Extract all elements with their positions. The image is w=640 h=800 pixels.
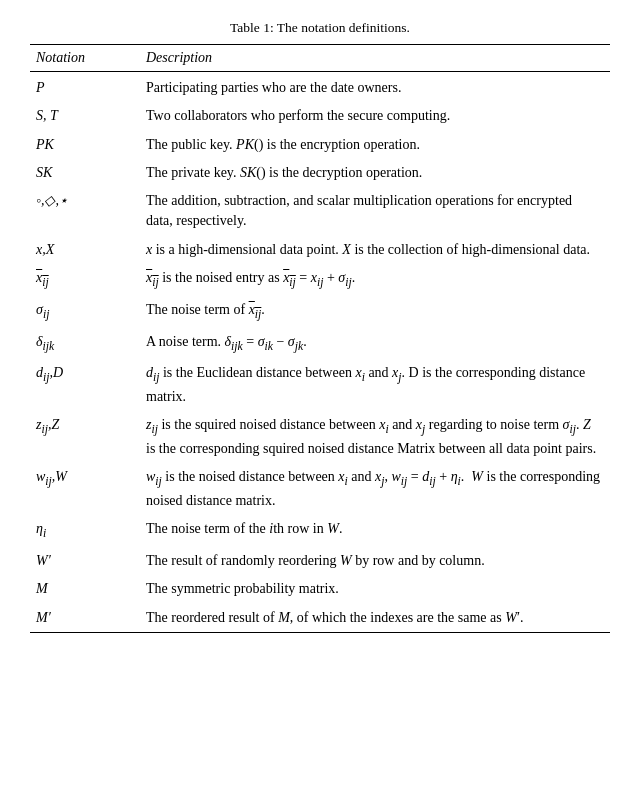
table-row: xijxij is the noised entry as xij = xij …	[30, 264, 610, 296]
description-cell: Participating parties who are the date o…	[140, 72, 610, 103]
notation-cell: wij,W	[30, 463, 140, 515]
table-row: δijkA noise term. δijk = σik − σjk.	[30, 328, 610, 360]
notation-cell: ηi	[30, 515, 140, 547]
notation-cell: PK	[30, 131, 140, 159]
table-row: ◦,◇,⋆The addition, subtraction, and scal…	[30, 187, 610, 236]
notation-cell: ◦,◇,⋆	[30, 187, 140, 236]
notation-cell: M′	[30, 604, 140, 633]
table-row: zij,Zzij is the squired noised distance …	[30, 411, 610, 463]
table-header-row: Notation Description	[30, 45, 610, 72]
header-description: Description	[140, 45, 610, 72]
description-cell: xij is the noised entry as xij = xij + σ…	[140, 264, 610, 296]
notation-cell: σij	[30, 296, 140, 328]
notation-cell: P	[30, 72, 140, 103]
notation-cell: dij,D	[30, 359, 140, 411]
table-row: PKThe public key. PK() is the encryption…	[30, 131, 610, 159]
notation-cell: SK	[30, 159, 140, 187]
description-cell: The addition, subtraction, and scalar mu…	[140, 187, 610, 236]
notation-cell: W′	[30, 547, 140, 575]
description-cell: The result of randomly reordering W by r…	[140, 547, 610, 575]
description-cell: x is a high-dimensional data point. X is…	[140, 236, 610, 264]
table-row: PParticipating parties who are the date …	[30, 72, 610, 103]
table-row: dij,Ddij is the Euclidean distance betwe…	[30, 359, 610, 411]
description-cell: dij is the Euclidean distance between xi…	[140, 359, 610, 411]
description-cell: wij is the noised distance between xi an…	[140, 463, 610, 515]
table-row: W′The result of randomly reordering W by…	[30, 547, 610, 575]
header-notation: Notation	[30, 45, 140, 72]
description-cell: The private key. SK() is the decryption …	[140, 159, 610, 187]
notation-table: Notation Description PParticipating part…	[30, 44, 610, 633]
notation-cell: zij,Z	[30, 411, 140, 463]
table-row: wij,Wwij is the noised distance between …	[30, 463, 610, 515]
description-cell: The noise term of xij.	[140, 296, 610, 328]
description-cell: The symmetric probability matrix.	[140, 575, 610, 603]
description-cell: The noise term of the ith row in W.	[140, 515, 610, 547]
description-cell: zij is the squired noised distance betwe…	[140, 411, 610, 463]
notation-cell: S, T	[30, 102, 140, 130]
table-row: σijThe noise term of xij.	[30, 296, 610, 328]
notation-cell: xij	[30, 264, 140, 296]
description-cell: Two collaborators who perform the secure…	[140, 102, 610, 130]
notation-cell: x,X	[30, 236, 140, 264]
description-cell: The public key. PK() is the encryption o…	[140, 131, 610, 159]
notation-cell: δijk	[30, 328, 140, 360]
table-row: M′The reordered result of M, of which th…	[30, 604, 610, 633]
description-cell: A noise term. δijk = σik − σjk.	[140, 328, 610, 360]
notation-cell: M	[30, 575, 140, 603]
table-row: S, TTwo collaborators who perform the se…	[30, 102, 610, 130]
table-row: ηiThe noise term of the ith row in W.	[30, 515, 610, 547]
table-row: MThe symmetric probability matrix.	[30, 575, 610, 603]
table-title: Table 1: The notation definitions.	[230, 20, 410, 36]
table-row: x,Xx is a high-dimensional data point. X…	[30, 236, 610, 264]
description-cell: The reordered result of M, of which the …	[140, 604, 610, 633]
table-row: SKThe private key. SK() is the decryptio…	[30, 159, 610, 187]
